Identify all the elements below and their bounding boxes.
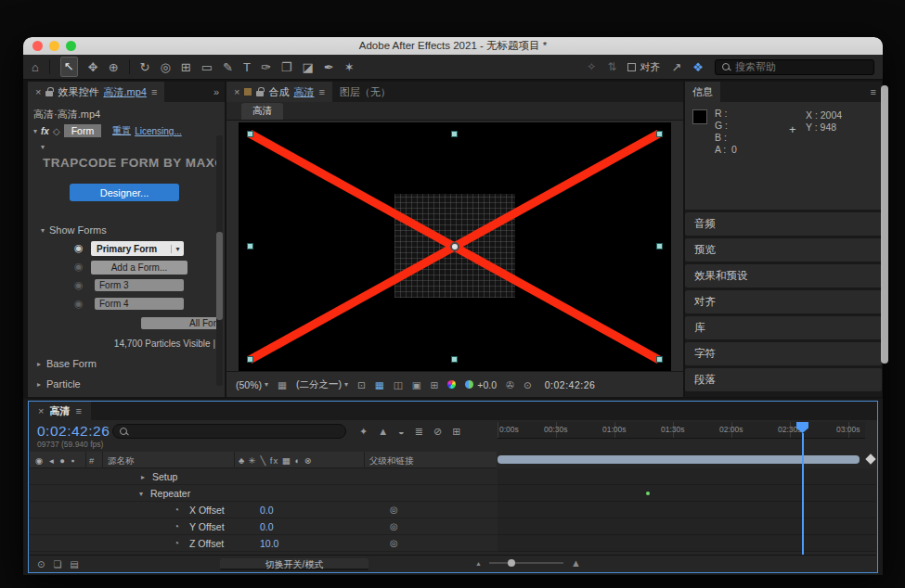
- all-forms-button[interactable]: All For: [141, 317, 219, 329]
- base-form-group[interactable]: ▸ Base Form: [37, 358, 97, 369]
- show-snapshot-icon[interactable]: ⊙: [524, 379, 532, 390]
- type-tool-icon[interactable]: T: [243, 56, 251, 79]
- property-row[interactable]: ◔ X Offset 0.0 ◎: [30, 502, 497, 518]
- pen-tool-icon[interactable]: ✎: [223, 56, 233, 79]
- fx-badge[interactable]: fx: [41, 126, 49, 136]
- comp-marker-bin[interactable]: [865, 454, 875, 464]
- snap-align-toggle[interactable]: 对齐: [627, 60, 660, 74]
- effect-controls-scrollbar[interactable]: [216, 135, 223, 386]
- property-row[interactable]: ◔ Z Offset 10.0 ◎: [30, 535, 497, 552]
- puppet-tool-icon[interactable]: ✶: [344, 56, 355, 79]
- viewer-tab[interactable]: 高清: [241, 103, 283, 120]
- selection-tool-icon[interactable]: ↖: [60, 57, 78, 77]
- timeline-zoom-slider[interactable]: ▲ ▲: [475, 557, 581, 569]
- expand-transfer-icon[interactable]: ▤: [70, 559, 78, 569]
- marker-dot[interactable]: [646, 492, 650, 495]
- property-name[interactable]: X Offset: [189, 505, 225, 516]
- help-search-input[interactable]: [735, 61, 847, 72]
- timeline-search-box[interactable]: [112, 424, 346, 439]
- pan-behind-tool-icon[interactable]: ⊞: [181, 56, 191, 79]
- workspace-grid-icon[interactable]: ❖: [692, 56, 704, 79]
- work-area-bar[interactable]: [498, 455, 860, 464]
- panel-overflow-icon[interactable]: »: [208, 82, 225, 102]
- window-scrollbar[interactable]: [881, 85, 888, 364]
- property-row[interactable]: ◔ Y Offset 0.0 ◎: [30, 518, 497, 535]
- zoom-in-mountain-icon[interactable]: ▲: [571, 557, 581, 569]
- panel-menu-icon[interactable]: ≡: [151, 86, 157, 97]
- playhead-line[interactable]: [802, 433, 804, 556]
- magnification-dropdown[interactable]: (50%) ▾: [236, 379, 268, 390]
- selection-handle[interactable]: [247, 243, 253, 249]
- property-group-row[interactable]: ▸ Setup: [30, 468, 497, 485]
- tab-composition[interactable]: × 合成 高清 ≡: [226, 82, 332, 102]
- effect-controls-source-link[interactable]: 高清.mp4: [103, 85, 146, 99]
- composition-mini-flowchart-icon[interactable]: ✦: [359, 426, 368, 438]
- selection-handle[interactable]: [656, 356, 663, 363]
- pickwhip-icon[interactable]: ◎: [390, 505, 398, 515]
- designer-button[interactable]: Designer...: [70, 184, 179, 201]
- selection-handle[interactable]: [656, 243, 663, 249]
- hand-tool-icon[interactable]: ✥: [88, 56, 98, 79]
- shape-tool-icon[interactable]: ▭: [201, 56, 213, 79]
- property-name[interactable]: Y Offset: [189, 521, 225, 532]
- eye-visibility-icon[interactable]: ◉: [74, 279, 84, 291]
- eye-visibility-icon[interactable]: ◉: [74, 298, 84, 310]
- lock-icon[interactable]: [256, 91, 264, 96]
- selection-handle[interactable]: [656, 131, 663, 137]
- twirl-right-icon[interactable]: ▸: [141, 473, 145, 481]
- selection-handle[interactable]: [451, 356, 458, 363]
- tab-info[interactable]: 信息: [685, 82, 720, 102]
- clone-stamp-tool-icon[interactable]: ❐: [281, 56, 292, 79]
- eye-visibility-icon[interactable]: ◉: [74, 261, 84, 273]
- close-panel-icon[interactable]: ×: [234, 86, 239, 97]
- minimize-window-button[interactable]: [49, 41, 59, 51]
- track-row[interactable]: [498, 468, 876, 485]
- panel-menu-icon[interactable]: ≡: [75, 405, 81, 416]
- lock-icon[interactable]: [45, 91, 53, 96]
- workspace-icon[interactable]: ✧: [587, 60, 596, 73]
- selection-handle[interactable]: [247, 356, 253, 363]
- selection-handle[interactable]: [451, 131, 458, 137]
- primary-form-dropdown[interactable]: Primary Form ▾: [91, 241, 184, 256]
- roto-brush-tool-icon[interactable]: ✒: [324, 56, 334, 79]
- close-panel-icon[interactable]: ×: [35, 86, 41, 97]
- expand-render-time-icon[interactable]: ❏: [53, 559, 61, 569]
- tab-audio[interactable]: 音频: [685, 212, 882, 236]
- track-row[interactable]: [498, 502, 876, 518]
- zoom-out-mountain-icon[interactable]: ▲: [475, 560, 482, 567]
- property-group-name[interactable]: Repeater: [150, 488, 190, 499]
- grid-guides-icon[interactable]: ▦: [278, 379, 287, 390]
- tab-layer[interactable]: 图层（无）: [332, 82, 398, 102]
- track-lanes[interactable]: [498, 468, 876, 552]
- motion-blur-icon[interactable]: ⊘: [433, 426, 442, 438]
- current-timecode[interactable]: 0:02:42:26: [37, 423, 110, 440]
- tab-timeline[interactable]: × 高清 ≡: [29, 402, 91, 420]
- form-4-button[interactable]: Form 4: [95, 298, 184, 310]
- zoom-slider-track[interactable]: [489, 562, 563, 564]
- tab-libraries[interactable]: 库: [685, 316, 882, 339]
- camera-snapshot-icon[interactable]: ✇: [506, 379, 514, 390]
- twirl-down-icon[interactable]: ▾: [41, 143, 45, 151]
- exposure-control[interactable]: +0.0: [465, 379, 497, 390]
- zoom-tool-icon[interactable]: ⊕: [109, 56, 119, 79]
- resolution-dropdown[interactable]: (二分之一) ▾: [296, 378, 348, 391]
- tab-effects-presets[interactable]: 效果和预设: [685, 264, 882, 288]
- hide-shy-icon[interactable]: ◒: [398, 426, 405, 438]
- region-of-interest-icon[interactable]: ⊡: [357, 379, 366, 390]
- expand-in-out-icon[interactable]: ⊙: [37, 559, 45, 569]
- mask-visibility-icon[interactable]: ▣: [412, 379, 421, 390]
- property-value[interactable]: 10.0: [260, 538, 278, 549]
- stopwatch-icon[interactable]: ◔: [174, 538, 179, 548]
- composition-name-link[interactable]: 高清: [293, 85, 314, 99]
- preview-timecode[interactable]: 0:02:42:26: [545, 379, 596, 390]
- graph-editor-icon[interactable]: ⊞: [452, 426, 460, 438]
- brush-tool-icon[interactable]: ✑: [261, 56, 271, 79]
- composition-viewport[interactable]: [239, 122, 671, 371]
- tab-effect-controls[interactable]: × 效果控件 高清.mp4 ≡: [28, 82, 164, 102]
- track-camera-tool-icon[interactable]: ◎: [160, 56, 170, 79]
- twirl-down-icon[interactable]: ▾: [33, 127, 37, 135]
- twirl-down-icon[interactable]: ▾: [139, 490, 143, 498]
- tab-preview[interactable]: 预览: [685, 238, 882, 262]
- particle-group[interactable]: ▸ Particle: [37, 378, 81, 390]
- resize-workspace-icon[interactable]: ↗: [671, 56, 681, 79]
